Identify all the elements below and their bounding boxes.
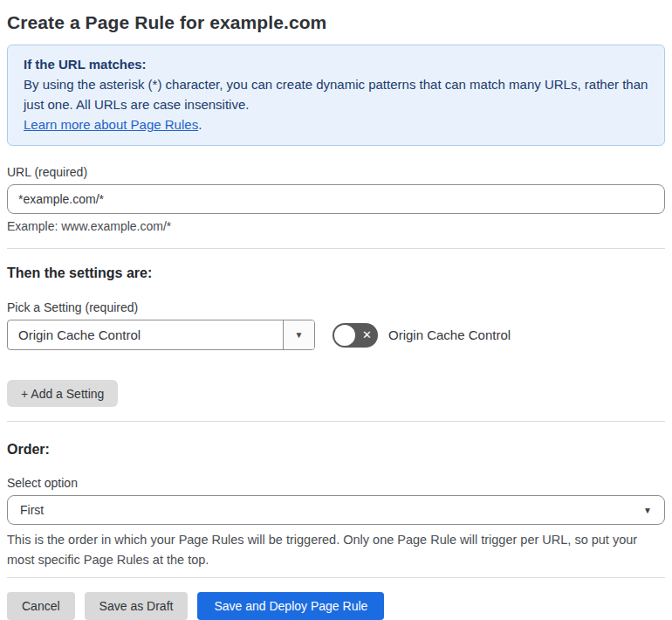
origin-cache-control-toggle[interactable]: ✕: [333, 323, 378, 348]
order-select-label: Select option: [7, 476, 665, 491]
toggle-label: Origin Cache Control: [388, 327, 511, 342]
footer-actions: Cancel Save as Draft Save and Deploy Pag…: [7, 592, 665, 620]
settings-section-heading: Then the settings are:: [7, 265, 665, 282]
toggle-off-x-icon: ✕: [362, 323, 372, 348]
save-and-deploy-button[interactable]: Save and Deploy Page Rule: [197, 592, 384, 620]
order-section-heading: Order:: [7, 441, 665, 458]
url-field-label: URL (required): [7, 165, 665, 180]
order-help-text: This is the order in which your Page Rul…: [7, 530, 665, 570]
toggle-knob: [334, 325, 355, 346]
setting-select-value: Origin Cache Control: [8, 320, 283, 349]
url-input[interactable]: [7, 184, 665, 214]
info-box-body: By using the asterisk (*) character, you…: [24, 74, 648, 114]
info-box-link-line: Learn more about Page Rules.: [24, 114, 648, 134]
url-example-text: Example: www.example.com/*: [7, 219, 665, 234]
chevron-down-icon: ▼: [643, 506, 652, 515]
order-select[interactable]: First ▼: [7, 495, 665, 525]
add-setting-button[interactable]: + Add a Setting: [7, 380, 118, 407]
cancel-button[interactable]: Cancel: [7, 592, 75, 620]
url-match-info-box: If the URL matches: By using the asteris…: [7, 45, 665, 146]
setting-row: Origin Cache Control ▼ ✕ Origin Cache Co…: [7, 320, 665, 350]
setting-select[interactable]: Origin Cache Control ▼: [7, 320, 315, 350]
chevron-down-icon: ▼: [295, 330, 304, 340]
pick-setting-label: Pick a Setting (required): [7, 300, 665, 315]
info-box-heading: If the URL matches:: [24, 54, 648, 74]
link-suffix: .: [198, 117, 202, 132]
setting-select-arrow-button[interactable]: ▼: [283, 320, 314, 349]
learn-more-link[interactable]: Learn more about Page Rules: [24, 117, 198, 132]
save-as-draft-button[interactable]: Save as Draft: [85, 592, 189, 620]
divider: [7, 577, 665, 578]
divider: [7, 421, 665, 422]
page-title: Create a Page Rule for example.com: [7, 12, 665, 33]
divider: [7, 248, 665, 249]
page-rule-form: Create a Page Rule for example.com If th…: [0, 0, 672, 620]
order-select-value: First: [20, 503, 44, 517]
